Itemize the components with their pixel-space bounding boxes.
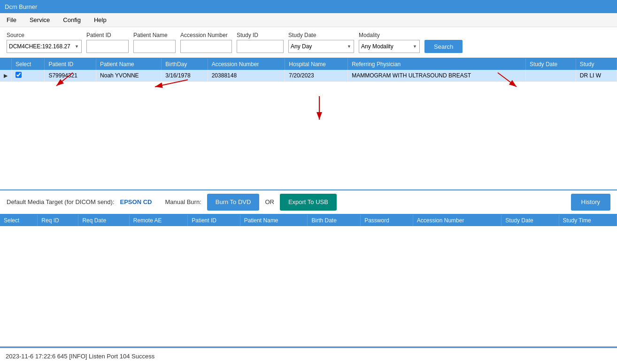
study-date-label: Study Date <box>288 32 354 38</box>
lower-col-password: Password <box>361 215 413 226</box>
upper-table-header-row: Select Patient ID Patient Name BirthDay … <box>0 59 617 70</box>
epson-cd-value: EPSON CD <box>120 198 152 205</box>
patient-id-field-group: Patient ID <box>86 32 129 53</box>
app-title: Dcm Burner <box>5 3 37 10</box>
lower-col-study-date: Study Date <box>501 215 559 226</box>
source-select-wrapper: DCM4CHEE:192.168.27 <box>7 40 82 53</box>
search-button[interactable]: Search <box>424 40 463 53</box>
row-checkbox[interactable] <box>15 72 22 78</box>
modality-select[interactable]: Any Modality CT MR US CR DX <box>359 40 420 53</box>
source-select[interactable]: DCM4CHEE:192.168.27 <box>7 40 82 53</box>
modality-field-group: Modality Any Modality CT MR US CR DX <box>359 32 420 53</box>
source-field-group: Source DCM4CHEE:192.168.27 <box>7 32 82 53</box>
menu-service[interactable]: Service <box>27 15 53 24</box>
study-id-field-group: Study ID <box>237 32 284 53</box>
manual-burn-label: Manual Burn: <box>165 198 201 205</box>
upper-col-patient-name: Patient Name <box>96 59 162 70</box>
patient-name-input[interactable] <box>133 40 176 53</box>
lower-col-accession: Accession Number <box>413 215 501 226</box>
modality-select-wrapper: Any Modality CT MR US CR DX <box>359 40 420 53</box>
upper-col-study-date: Study Date <box>525 59 576 70</box>
upper-table: Select Patient ID Patient Name BirthDay … <box>0 59 617 82</box>
lower-col-study-time: Study Time <box>559 215 617 226</box>
patient-id-label: Patient ID <box>86 32 129 38</box>
study-date-select[interactable]: Any Day Today Yesterday Last 7 Days Last… <box>288 40 354 53</box>
lower-table: Select Req ID Req Date Remote AE Patient… <box>0 215 617 226</box>
upper-col-patient-id: Patient ID <box>45 59 96 70</box>
title-bar: Dcm Burner <box>0 0 617 13</box>
source-label: Source <box>7 32 82 38</box>
accession-input[interactable] <box>180 40 232 53</box>
hospital-cell: 7/20/2023 <box>285 70 348 82</box>
upper-table-wrapper: Select Patient ID Patient Name BirthDay … <box>0 59 617 190</box>
study-date-select-wrapper: Any Day Today Yesterday Last 7 Days Last… <box>288 40 354 53</box>
upper-col-referring: Referring Physician <box>348 59 526 70</box>
status-bar: 2023-11-6 17:22:6 645 [INFO] Listen Port… <box>0 347 617 364</box>
menu-bar: File Service Config Help <box>0 13 617 27</box>
upper-col-arrow <box>0 59 12 70</box>
burn-dvd-button[interactable]: Burn To DVD <box>207 194 260 211</box>
accession-field-group: Accession Number <box>180 32 232 53</box>
status-message: 2023-11-6 17:22:6 645 [INFO] Listen Port… <box>6 353 154 360</box>
search-panel: Source DCM4CHEE:192.168.27 Patient ID Pa… <box>0 27 617 59</box>
action-bar: Default Media Target (for DICOM send): E… <box>0 190 617 215</box>
accession-cell: 20388148 <box>208 70 285 82</box>
upper-col-birthday: BirthDay <box>162 59 208 70</box>
study-date-cell <box>525 70 576 82</box>
patient-id-cell: S79994321 <box>45 70 96 82</box>
row-arrow-cell: ▶ <box>0 70 12 82</box>
modality-label: Modality <box>359 32 420 38</box>
lower-col-patient-name: Patient Name <box>240 215 308 226</box>
lower-col-patient-id: Patient ID <box>188 215 240 226</box>
study-id-input[interactable] <box>237 40 284 53</box>
referring-cell: MAMMOGRAM WITH ULTRASOUND BREAST <box>348 70 526 82</box>
upper-col-select: Select <box>12 59 45 70</box>
table-row[interactable]: ▶ S79994321 Noah YVONNE 3/16/1978 203881… <box>0 70 617 82</box>
study-date-field-group: Study Date Any Day Today Yesterday Last … <box>288 32 354 53</box>
lower-col-req-id: Req ID <box>38 215 78 226</box>
upper-table-section: Select Patient ID Patient Name BirthDay … <box>0 59 617 190</box>
default-media-label: Default Media Target (for DICOM send): <box>7 198 115 205</box>
menu-config[interactable]: Config <box>60 15 84 24</box>
birthday-cell: 3/16/1978 <box>162 70 208 82</box>
lower-col-birth-date: Birth Date <box>308 215 361 226</box>
lower-col-req-date: Req Date <box>78 215 129 226</box>
history-button[interactable]: History <box>571 194 610 211</box>
menu-file[interactable]: File <box>4 15 19 24</box>
upper-col-study: Study <box>576 59 617 70</box>
export-usb-button[interactable]: Export To USB <box>280 194 337 211</box>
lower-table-section: Select Req ID Req Date Remote AE Patient… <box>0 215 617 348</box>
menu-help[interactable]: Help <box>91 15 109 24</box>
row-expand-icon: ▶ <box>4 73 8 78</box>
lower-table-header-row: Select Req ID Req Date Remote AE Patient… <box>0 215 617 226</box>
or-label: OR <box>265 198 274 205</box>
patient-id-input[interactable] <box>86 40 129 53</box>
lower-col-select: Select <box>0 215 38 226</box>
accession-label: Accession Number <box>180 32 232 38</box>
study-id-label: Study ID <box>237 32 284 38</box>
upper-col-hospital: Hospital Name <box>285 59 348 70</box>
study-cell: DR LI W <box>576 70 617 82</box>
lower-col-remote-ae: Remote AE <box>129 215 187 226</box>
patient-name-cell: Noah YVONNE <box>96 70 162 82</box>
patient-name-field-group: Patient Name <box>133 32 176 53</box>
select-cell[interactable] <box>12 70 45 82</box>
upper-col-accession: Accession Number <box>208 59 285 70</box>
patient-name-label: Patient Name <box>133 32 176 38</box>
